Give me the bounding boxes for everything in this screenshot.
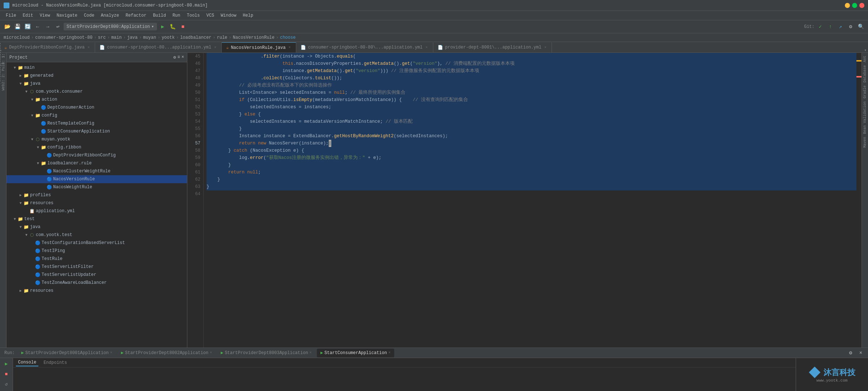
tab-nacosversion[interactable]: ☕ NacosVersionRule.java × (222, 42, 296, 52)
tree-muyan-yootk-package[interactable]: ▼ ⬡ muyan.yootk (7, 135, 187, 143)
run-tab-close-btn[interactable]: × (110, 351, 112, 355)
menu-analyze[interactable]: Analyze (98, 12, 122, 19)
menu-build[interactable]: Build (150, 12, 169, 19)
tab-deptprovider[interactable]: ☕ DeptProviderRibbonConfig.java × (0, 42, 95, 52)
undo-button[interactable]: ↩ (54, 22, 62, 31)
tree-deptproviderribbonconfig[interactable]: 🔵 DeptProviderRibbonConfig (7, 151, 187, 159)
tree-testrule[interactable]: 🔵 TestRule (7, 255, 187, 263)
project-settings-icon[interactable]: ⚙ (173, 55, 176, 60)
tree-deptconsumeraction[interactable]: 🔵 DeptConsumerAction (7, 104, 187, 112)
back-button[interactable]: ← (33, 22, 42, 31)
tab-provider-yml[interactable]: 📄 provider-dept-8001\...application.yml … (433, 42, 552, 52)
tree-loadbalancer-rule-folder[interactable]: ▼ 📁 loadbalancer.rule (7, 159, 187, 167)
tab-close-button[interactable]: × (288, 46, 292, 50)
bean-validation-panel-toggle[interactable]: Bean Validation (862, 100, 868, 135)
tree-main-folder[interactable]: ▼ 📁 main (7, 64, 187, 72)
tree-testconfig[interactable]: 🔵 TestConfigurationBasedServerList (7, 239, 187, 247)
close-button[interactable] (859, 3, 864, 8)
run-tab-dept8002[interactable]: ▶ StartProviderDept8002Application × (118, 349, 216, 357)
tree-test-java-folder[interactable]: ▼ 📁 java (7, 223, 187, 231)
run-panel-settings-button[interactable]: ⚙ (846, 349, 855, 357)
tree-startconsumerapplication[interactable]: 🔵 StartConsumerApplication (7, 127, 187, 135)
run-tab-close-btn[interactable]: × (310, 351, 312, 355)
tree-nacosweightrule[interactable]: 🔵 NacosWeightRule (7, 183, 187, 191)
search-everywhere-button[interactable]: 🔍 (856, 22, 865, 31)
bread-yootk[interactable]: yootk (162, 35, 175, 40)
gradle-panel-toggle[interactable]: Gradle (862, 84, 868, 100)
bread-muyan[interactable]: muyan (143, 35, 156, 40)
save-button[interactable]: 💾 (13, 22, 22, 31)
git-check-button[interactable]: ✓ (816, 22, 825, 31)
tab-consumer-yml[interactable]: 📄 consumer-springboot-80...application.y… (95, 42, 222, 52)
bread-choose[interactable]: choose (280, 35, 295, 40)
menu-navigate[interactable]: Navigate (54, 12, 80, 19)
bread-microcloud[interactable]: microcloud (4, 35, 30, 40)
git-update-button[interactable]: ↑ (826, 22, 835, 31)
console-run-button[interactable]: ▶ (2, 360, 11, 368)
console-stop-button[interactable]: ■ (2, 370, 11, 378)
maven-panel-toggle[interactable]: Maven (862, 135, 868, 149)
tab-consumer-app-yml[interactable]: 📄 consumer-springboot-80-80\...applicati… (296, 42, 433, 52)
run-panel-close-button[interactable]: × (856, 349, 865, 357)
ant-panel-toggle[interactable]: Ant (862, 54, 868, 64)
git-push-button[interactable]: ↗ (836, 22, 845, 31)
bread-rule[interactable]: rule (217, 35, 227, 40)
menu-code[interactable]: Code (81, 12, 97, 19)
tree-nacosverrule-selected[interactable]: 🔵 NacosVersionRule (7, 175, 187, 183)
tree-test-resources[interactable]: ▶ 📁 resources (7, 287, 187, 295)
sync-button[interactable]: 🔄 (23, 22, 32, 31)
stop-button[interactable]: ■ (179, 22, 187, 31)
menu-window[interactable]: Window (218, 12, 239, 19)
tab-close-button[interactable]: × (213, 46, 217, 50)
tab-close-button[interactable]: × (87, 46, 90, 50)
tree-consumer-package[interactable]: ▼ ⬡ com.yootk.consumer (7, 88, 187, 96)
menu-view[interactable]: View (37, 12, 53, 19)
open-folder-button[interactable]: 📂 (3, 22, 12, 31)
tree-test-package[interactable]: ▼ ⬡ com.yootk.test (7, 231, 187, 239)
minimize-button[interactable] (845, 3, 850, 8)
tree-testiping[interactable]: 🔵 TestIPing (7, 247, 187, 255)
bread-main[interactable]: main (111, 35, 122, 40)
tree-action-folder[interactable]: ▼ 📁 action (7, 96, 187, 104)
tree-config-ribbon-folder[interactable]: ▼ 📁 config.ribbon (7, 143, 187, 151)
console-restart-button[interactable]: ↺ (2, 380, 11, 388)
maximize-button[interactable] (852, 3, 857, 8)
run-config-selector[interactable]: StartProviderDept800:Application ▾ (64, 23, 157, 30)
menu-run[interactable]: Run (170, 12, 183, 19)
tree-test-folder[interactable]: ▼ 📁 test (7, 215, 187, 223)
console-sub-tab[interactable]: Console (16, 359, 38, 366)
debug-button[interactable]: 🐛 (169, 22, 177, 31)
run-tab-dept8003[interactable]: ▶ StartProviderDept8003Application × (217, 349, 315, 357)
menu-refactor[interactable]: Refactor (123, 12, 149, 19)
tree-application-yml[interactable]: 📋 application.yml (7, 207, 187, 215)
tab-close-button[interactable]: × (425, 46, 429, 50)
bread-java[interactable]: java (127, 35, 138, 40)
run-tab-consumer[interactable]: ▶ StartConsumerApplication × (317, 349, 394, 357)
run-tab-close-btn[interactable]: × (388, 351, 391, 355)
tree-generated-folder[interactable]: ▶ 📁 generated (7, 72, 187, 80)
tree-testserverlistfilter[interactable]: 🔵 TestServerListFilter (7, 263, 187, 271)
code-content[interactable]: .filter(instance -> Objects.equals( this… (204, 53, 861, 348)
tree-testserverlistupdater[interactable]: 🔵 TestServerListUpdater (7, 271, 187, 279)
menu-help[interactable]: Help (240, 12, 256, 19)
tree-profiles-folder[interactable]: ▶ 📁 profiles (7, 191, 187, 199)
run-button[interactable]: ▶ (158, 22, 167, 31)
forward-button[interactable]: → (43, 22, 52, 31)
code-editor[interactable]: 45 46 47 48 49 50 51 52 53 54 55 56 57 5… (187, 53, 861, 348)
bread-nacosrule[interactable]: NacosVersionRule (233, 35, 275, 40)
menu-file[interactable]: File (3, 12, 19, 19)
tree-testzoneaware[interactable]: 🔵 TestZoneAwareLoadBalancer (7, 279, 187, 287)
tree-resttemplateconfig[interactable]: 🔵 RestTemplateConfig (7, 119, 187, 127)
menu-tools[interactable]: Tools (184, 12, 203, 19)
database-panel-toggle[interactable]: Database (862, 64, 868, 84)
endpoints-sub-tab[interactable]: Endpoints (41, 360, 69, 366)
project-collapse-icon[interactable]: ≡ (178, 55, 180, 60)
run-tab-dept8001[interactable]: ▶ StartProviderDept8001Application × (18, 349, 116, 357)
run-tab-close-btn[interactable]: × (210, 351, 212, 355)
bread-loadbalancer[interactable]: loadbalancer (180, 35, 211, 40)
menu-edit[interactable]: Edit (20, 12, 36, 19)
tab-close-button[interactable]: × (544, 46, 547, 50)
menu-vcs[interactable]: VCS (204, 12, 217, 19)
tabs-overflow-button[interactable]: ▾ (864, 48, 867, 52)
tree-resources-folder[interactable]: ▼ 📁 resources (7, 199, 187, 207)
